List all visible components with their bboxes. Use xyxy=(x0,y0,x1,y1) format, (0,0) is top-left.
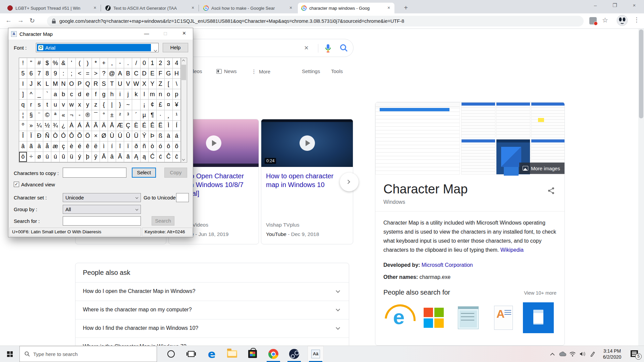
charmap-cell[interactable]: Â xyxy=(84,121,92,131)
charmap-cell[interactable]: æ xyxy=(51,141,59,152)
charmap-cell[interactable]: ° xyxy=(100,110,108,121)
character-set-dropdown[interactable]: Unicode xyxy=(63,193,141,202)
paa-question[interactable]: How do I find the character map in Windo… xyxy=(75,319,349,338)
charmap-cell[interactable]: Ü xyxy=(132,131,140,141)
tab-settings[interactable]: Settings xyxy=(302,68,320,74)
charmap-cell[interactable]: ä xyxy=(35,141,43,152)
charmap-cell[interactable]: é xyxy=(76,141,84,152)
tab-close-icon[interactable]: × xyxy=(92,5,98,11)
more-images-button[interactable]: More images xyxy=(519,163,565,174)
charmap-titlebar[interactable]: A Character Map — □ × xyxy=(8,28,193,40)
charmap-cell[interactable]: T xyxy=(108,79,116,89)
video-thumbnail[interactable]: 0:24 xyxy=(261,119,353,167)
charmap-cell[interactable]: @ xyxy=(108,68,116,79)
charmap-cell[interactable]: ¢ xyxy=(149,100,157,110)
scroll-up-icon[interactable] xyxy=(182,60,185,62)
search-for-input[interactable] xyxy=(63,216,141,226)
charmap-minimize-button[interactable]: — xyxy=(141,28,153,39)
charmap-cell[interactable]: ñ xyxy=(141,141,149,152)
charmap-cell[interactable]: v xyxy=(60,100,68,110)
charmap-cell[interactable]: © xyxy=(43,110,51,121)
charmap-cell[interactable]: § xyxy=(27,110,35,121)
charmap-cell[interactable]: Ä xyxy=(100,121,108,131)
charmap-cell[interactable]: c xyxy=(68,89,76,100)
charmap-cell[interactable]: [ xyxy=(165,79,173,89)
charmap-cell[interactable]: á xyxy=(173,131,181,141)
charmap-cell[interactable]: I xyxy=(19,79,27,89)
share-icon[interactable] xyxy=(547,187,555,195)
extension-icon[interactable] xyxy=(589,17,597,24)
charmap-cell[interactable]: D xyxy=(141,68,149,79)
charmap-cell[interactable]: µ xyxy=(141,110,149,121)
charmap-cell[interactable]: ¡ xyxy=(141,100,149,110)
charmap-cell[interactable]: ~ xyxy=(124,100,132,110)
charmap-cell[interactable]: x xyxy=(76,100,84,110)
charmap-cell[interactable]: Ā xyxy=(100,152,108,162)
characters-to-copy-input[interactable] xyxy=(63,168,126,178)
charmap-cell[interactable]: M xyxy=(51,79,59,89)
charmap-cell[interactable]: A xyxy=(116,68,124,79)
charmap-cell[interactable]: V xyxy=(124,79,132,89)
tray-expand-button[interactable] xyxy=(547,346,557,362)
window-close-button[interactable]: × xyxy=(625,0,644,11)
charmap-cell[interactable]: ® xyxy=(84,110,92,121)
go-to-unicode-input[interactable] xyxy=(176,193,189,202)
charmap-cell[interactable]: 0 xyxy=(141,58,149,68)
charmap-cell[interactable]: h xyxy=(108,89,116,100)
charmap-cell[interactable]: P xyxy=(76,79,84,89)
charmap-cell[interactable]: ± xyxy=(108,110,116,121)
charmap-cell[interactable]: ĉ xyxy=(173,152,181,162)
charmap-cell[interactable]: : xyxy=(60,68,68,79)
charmap-cell[interactable]: \ xyxy=(173,79,181,89)
charmap-cell[interactable]: Ø xyxy=(100,131,108,141)
browser-tab-3[interactable]: Ascii how to make - Google Sear × xyxy=(200,3,297,13)
charmap-cell[interactable]: ² xyxy=(116,110,124,121)
charmap-cell[interactable]: Ê xyxy=(149,121,157,131)
charmap-cell[interactable]: 6 xyxy=(27,68,35,79)
charmap-cell[interactable]: F xyxy=(157,68,165,79)
charmap-cell[interactable]: f xyxy=(92,89,100,100)
font-dropdown[interactable]: O Arial xyxy=(36,43,159,52)
charmap-screenshot-image[interactable] xyxy=(531,102,565,138)
charmap-cell[interactable]: Û xyxy=(124,131,132,141)
copy-button[interactable]: Copy xyxy=(164,168,187,178)
charmap-cell[interactable]: Ć xyxy=(149,152,157,162)
pasf-windows[interactable] xyxy=(418,302,449,333)
charmap-cell[interactable]: 1 xyxy=(149,58,157,68)
charmap-cell[interactable]: ¼ xyxy=(35,121,43,131)
charmap-cell[interactable]: ` xyxy=(43,89,51,100)
charmap-cell[interactable]: N xyxy=(60,79,68,89)
charmap-cell[interactable]: × xyxy=(92,131,100,141)
charmap-cell[interactable]: ì xyxy=(100,141,108,152)
charmap-cell[interactable]: è xyxy=(68,141,76,152)
tab-tools[interactable]: Tools xyxy=(331,68,343,74)
charmap-cell[interactable]: Á xyxy=(76,121,84,131)
charmap-cell[interactable]: Ï xyxy=(27,131,35,141)
charmap-cell[interactable]: Q xyxy=(84,79,92,89)
charmap-cell[interactable]: 4 xyxy=(173,58,181,68)
charmap-cell[interactable]: j xyxy=(124,89,132,100)
charmap-cell[interactable]: R xyxy=(92,79,100,89)
charmap-cell[interactable]: Æ xyxy=(116,121,124,131)
charmap-cell[interactable]: ê xyxy=(84,141,92,152)
browser-tab-2[interactable]: Text to ASCII Art Generator (TAA × xyxy=(102,3,199,13)
charmap-cell[interactable]: z xyxy=(92,100,100,110)
carousel-next-button[interactable] xyxy=(340,173,359,191)
charmap-cell[interactable]: J xyxy=(27,79,35,89)
charmap-cell[interactable]: 7 xyxy=(35,68,43,79)
play-button-icon[interactable] xyxy=(300,135,315,151)
microsoft-store-button[interactable] xyxy=(245,346,261,362)
charmap-cell[interactable]: ¸ xyxy=(165,110,173,121)
charmap-cell[interactable]: þ xyxy=(84,152,92,162)
forward-icon[interactable]: → xyxy=(17,17,24,24)
chrome-taskbar-button[interactable] xyxy=(265,346,281,362)
charmap-cell[interactable]: O xyxy=(68,79,76,89)
charmap-cell[interactable]: X xyxy=(141,79,149,89)
charmap-cell[interactable]: ³ xyxy=(124,110,132,121)
charmap-cell[interactable]: 5 xyxy=(19,68,27,79)
chevron-down-icon[interactable] xyxy=(336,289,340,293)
charmap-screenshot-image[interactable] xyxy=(375,102,460,175)
charmap-cell[interactable]: ¯ xyxy=(92,110,100,121)
charmap-grid-scrollbar[interactable] xyxy=(181,58,187,163)
task-view-button[interactable] xyxy=(183,346,199,362)
